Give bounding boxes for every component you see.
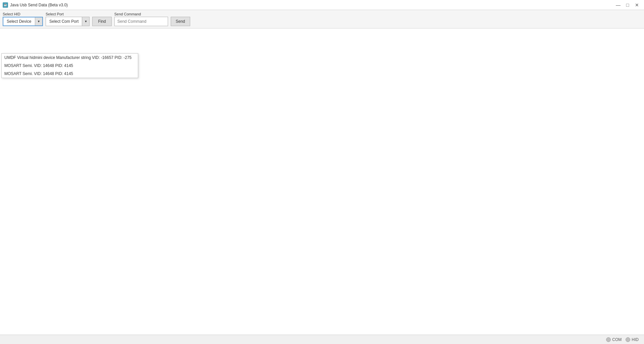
select-com-port-text: Select Com Port — [46, 19, 82, 24]
send-command-label: Send Command — [114, 12, 168, 16]
app-title: Java Usb Send Data (Beta v3.0) — [10, 3, 68, 7]
main-content: UMDF Virtual hidmini device Manufacturer… — [0, 28, 644, 338]
select-port-group: Select Port Select Com Port ▼ — [46, 12, 90, 26]
minimize-button[interactable]: — — [614, 1, 623, 9]
select-hid-label: Select HID — [3, 12, 43, 16]
find-button[interactable]: Find — [92, 17, 111, 26]
dropdown-item-0[interactable]: UMDF Virtual hidmini device Manufacturer… — [2, 54, 138, 62]
com-status-indicator: COM — [606, 337, 622, 342]
send-command-input[interactable] — [114, 17, 168, 26]
hid-status-label: HID — [632, 337, 639, 342]
hid-status-dot — [626, 337, 630, 342]
com-status-dot — [606, 337, 611, 342]
select-device-dropdown[interactable]: Select Device ▼ — [3, 17, 43, 26]
select-port-label: Select Port — [46, 12, 90, 16]
send-button[interactable]: Send — [171, 17, 190, 26]
select-device-menu: UMDF Virtual hidmini device Manufacturer… — [1, 53, 138, 78]
select-device-arrow-icon: ▼ — [35, 17, 42, 25]
select-device-text: Select Device — [3, 19, 35, 24]
select-com-port-arrow-icon: ▼ — [82, 17, 89, 26]
select-com-port-dropdown[interactable]: Select Com Port ▼ — [46, 17, 90, 26]
dropdown-item-2[interactable]: MOSART Semi. VID: 14648 PID: 4145 — [2, 70, 138, 78]
dropdown-item-1[interactable]: MOSART Semi. VID: 14648 PID: 4145 — [2, 62, 138, 70]
title-bar-left: ☕ Java Usb Send Data (Beta v3.0) — [3, 2, 68, 8]
send-command-group: Send Command — [114, 12, 168, 26]
title-bar: ☕ Java Usb Send Data (Beta v3.0) — □ ✕ — [0, 0, 644, 10]
toolbar: Select HID Select Device ▼ Select Port S… — [0, 10, 644, 28]
com-status-label: COM — [612, 337, 622, 342]
select-hid-group: Select HID Select Device ▼ — [3, 12, 43, 26]
close-button[interactable]: ✕ — [633, 1, 641, 9]
hid-status-indicator: HID — [626, 337, 639, 342]
status-bar: COM HID — [0, 335, 644, 344]
title-bar-controls: — □ ✕ — [614, 1, 641, 9]
app-icon: ☕ — [3, 2, 8, 8]
maximize-button[interactable]: □ — [623, 1, 632, 9]
